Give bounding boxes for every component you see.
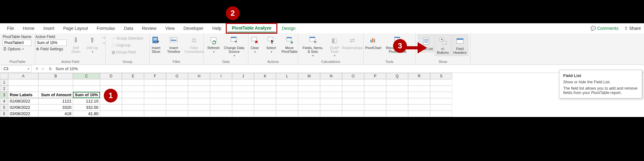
cell[interactable] [122,86,144,92]
cell[interactable] [298,92,320,98]
cell[interactable] [122,98,144,104]
filter-connections-button[interactable]: ⧉ Filter Connections [184,35,204,54]
cell[interactable] [386,86,408,92]
cell[interactable] [298,104,320,111]
comments-button[interactable]: 💬 Comments [591,26,619,31]
ungroup-button[interactable]: ⬚Ungroup [111,43,131,48]
options-button[interactable]: ☰ Options ▾ [3,47,24,52]
cell[interactable] [430,104,452,111]
tab-file[interactable]: File [3,25,19,32]
cell[interactable] [320,104,342,111]
cell[interactable] [320,79,342,86]
cell[interactable] [276,98,298,104]
row-header[interactable]: 4 [0,98,8,104]
tab-insert[interactable]: Insert [39,25,59,32]
cell[interactable]: 332.00 [73,104,100,111]
cell[interactable] [386,111,408,117]
column-header-I[interactable]: I [210,73,232,79]
cell[interactable] [386,104,408,111]
column-header-D[interactable]: D [100,73,122,79]
tab-design[interactable]: Design [277,25,300,32]
cell[interactable] [166,92,188,98]
cell[interactable] [386,92,408,98]
cell[interactable] [188,104,210,111]
cell[interactable] [38,79,73,86]
cell[interactable] [342,92,364,98]
cell[interactable] [320,98,342,104]
select-all-corner[interactable] [0,73,8,79]
cell[interactable] [276,104,298,111]
tab-pivottable-analyze[interactable]: PivotTable Analyze [227,24,276,32]
cell[interactable] [122,79,144,86]
field-settings-button[interactable]: ⚙ Field Settings [35,47,64,52]
cell[interactable] [342,79,364,86]
collapse-field-icon[interactable]: ⁻≡ [101,41,105,45]
cell[interactable] [298,86,320,92]
cell[interactable] [166,86,188,92]
cell[interactable] [232,86,254,92]
pivotchart-button[interactable]: PivotChart [366,35,380,50]
column-header-P[interactable]: P [364,73,386,79]
enter-formula-icon[interactable]: ✓ [41,66,45,71]
cell[interactable] [364,86,386,92]
move-pivottable-button[interactable]: Move PivotTable [280,35,299,54]
column-header-S[interactable]: S [430,73,452,79]
cell[interactable] [210,92,232,98]
cell[interactable] [210,111,232,117]
group-selection-button[interactable]: →Group Selection [111,36,144,41]
cancel-formula-icon[interactable]: ✕ [35,66,39,71]
cell[interactable] [144,92,166,98]
cell[interactable] [364,92,386,98]
column-header-Q[interactable]: Q [386,73,408,79]
cell[interactable] [166,79,188,86]
column-header-N[interactable]: N [320,73,342,79]
column-header-F[interactable]: F [144,73,166,79]
cell[interactable] [100,111,122,117]
cell[interactable] [430,92,452,98]
cell[interactable] [342,86,364,92]
cell[interactable]: 418 [38,111,73,117]
drill-up-button[interactable]: ⬆ Drill Up▾ [85,35,99,54]
cell[interactable] [320,111,342,117]
cell[interactable] [254,104,276,111]
cell[interactable] [276,92,298,98]
cell[interactable] [73,79,100,86]
olap-tools-button[interactable]: ◧ OLAP Tools▾ [327,35,342,58]
cell[interactable] [298,98,320,104]
column-header-K[interactable]: K [254,73,276,79]
cell[interactable] [188,111,210,117]
row-header[interactable]: 1 [0,79,8,86]
cell[interactable] [364,104,386,111]
row-header[interactable]: 5 [0,104,8,111]
tab-data[interactable]: Data [119,25,138,32]
cell[interactable] [430,86,452,92]
cell[interactable] [144,86,166,92]
cell[interactable] [166,98,188,104]
cell[interactable] [232,98,254,104]
row-header[interactable]: 3 [0,92,8,98]
fields-items-sets-button[interactable]: fx Fields, Items, & Sets▾ [301,35,325,58]
cell[interactable] [364,79,386,86]
column-header-H[interactable]: H [188,73,210,79]
cell[interactable] [386,98,408,104]
cell[interactable] [144,104,166,111]
pivottable-name-input[interactable] [3,40,31,46]
row-header[interactable]: 2 [0,86,8,92]
refresh-button[interactable]: Refresh▾ [206,35,221,54]
cell[interactable] [188,79,210,86]
cell[interactable] [254,79,276,86]
cell[interactable] [122,111,144,117]
cell[interactable] [188,92,210,98]
column-header-O[interactable]: O [342,73,364,79]
column-header-C[interactable]: C [73,73,100,79]
cell[interactable] [8,86,38,92]
field-headers-button[interactable]: Field Headers [452,35,468,56]
cell[interactable] [210,98,232,104]
cell[interactable] [38,86,73,92]
cell[interactable] [430,98,452,104]
cell[interactable] [386,79,408,86]
cell[interactable] [408,111,430,117]
tab-home[interactable]: Home [19,25,39,32]
cell[interactable] [408,92,430,98]
cell[interactable]: 3320 [38,104,73,111]
